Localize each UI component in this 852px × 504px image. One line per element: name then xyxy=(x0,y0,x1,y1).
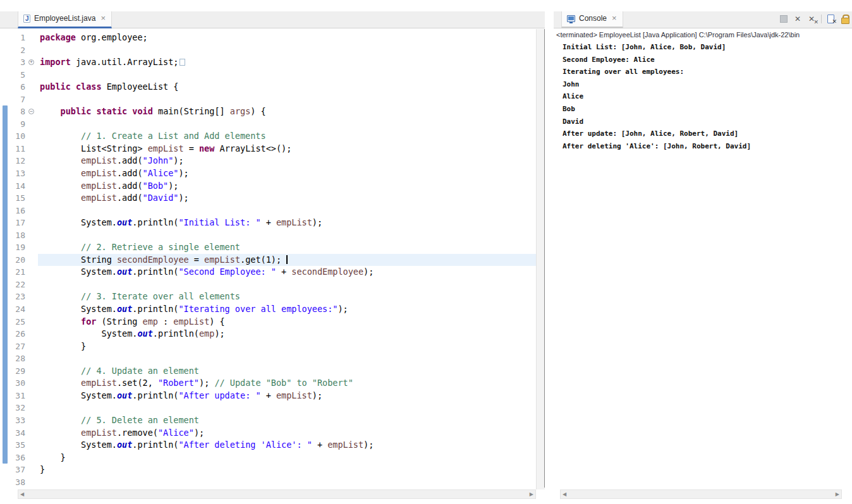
line-number[interactable]: 14 xyxy=(0,180,27,193)
line-number[interactable]: 34 xyxy=(0,427,27,440)
code-line[interactable]: 11 List<String> empList = new ArrayList<… xyxy=(0,143,536,155)
console-output-line: Bob xyxy=(563,103,851,116)
code-line[interactable]: 12 empList.add("John"); xyxy=(0,155,536,167)
code-line[interactable]: 20 String secondEmployee = empList.get(1… xyxy=(0,254,536,267)
scroll-left-icon[interactable]: ◀ xyxy=(563,492,566,497)
tab-console[interactable]: Console × xyxy=(561,11,623,28)
line-number[interactable]: 9 xyxy=(0,118,27,131)
line-number[interactable]: 26 xyxy=(0,328,27,340)
code-text xyxy=(38,352,536,365)
code-line[interactable]: 23 // 3. Iterate over all elements xyxy=(0,291,536,303)
code-line[interactable]: 6public class EmployeeList { xyxy=(0,81,536,93)
line-number[interactable]: 7 xyxy=(0,93,27,106)
code-line[interactable]: 21 System.out.println("Second Employee: … xyxy=(0,266,536,279)
fold-plus-icon[interactable]: + xyxy=(27,56,38,69)
line-number[interactable]: 2 xyxy=(0,44,27,57)
line-number[interactable]: 27 xyxy=(0,340,27,353)
code-line[interactable]: 30 empList.set(2, "Robert"); // Update "… xyxy=(0,377,536,390)
line-number[interactable]: 10 xyxy=(0,130,27,143)
scroll-left-icon[interactable]: ◀ xyxy=(20,492,24,497)
editor-horizontal-scrollbar[interactable]: ◀ ▶ xyxy=(18,489,536,499)
line-number[interactable]: 21 xyxy=(0,266,27,279)
line-number[interactable]: 35 xyxy=(0,439,27,452)
code-text: System.out.println("After deleting 'Alic… xyxy=(38,439,536,452)
code-line[interactable]: 33 // 5. Delete an element xyxy=(0,414,536,427)
line-number[interactable]: 8 xyxy=(0,105,27,118)
tab-employeelist-java[interactable]: EmployeeList.java × xyxy=(18,11,112,28)
line-number[interactable]: 6 xyxy=(0,81,27,93)
code-line[interactable]: 35 System.out.println("After deleting 'A… xyxy=(0,439,536,452)
code-line[interactable]: 1package org.employee; xyxy=(0,32,536,44)
code-line[interactable]: 28 xyxy=(0,352,536,365)
code-line[interactable]: 19 // 2. Retrieve a single element xyxy=(0,241,536,254)
line-number[interactable]: 22 xyxy=(0,279,27,291)
code-editor[interactable]: 1package org.employee;23+import java.uti… xyxy=(0,29,536,489)
code-line[interactable]: 8− public static void main(String[] args… xyxy=(0,105,536,118)
line-number[interactable]: 13 xyxy=(0,167,27,180)
line-number[interactable]: 3 xyxy=(0,56,27,69)
code-line[interactable]: 2 xyxy=(0,44,536,57)
line-number[interactable]: 38 xyxy=(0,476,27,489)
line-number[interactable]: 15 xyxy=(0,192,27,205)
code-line[interactable]: 36 } xyxy=(0,452,536,464)
code-line[interactable]: 25 for (String emp : empList) { xyxy=(0,316,536,328)
code-line[interactable]: 9 xyxy=(0,118,536,131)
fold-minus-icon[interactable]: − xyxy=(27,105,38,118)
console-horizontal-scrollbar[interactable]: ◀ ▶ xyxy=(560,489,842,499)
code-line[interactable]: 7 xyxy=(0,93,536,106)
line-number[interactable]: 12 xyxy=(0,155,27,167)
code-line[interactable]: 24 System.out.println("Iterating over al… xyxy=(0,303,536,316)
close-icon[interactable]: × xyxy=(611,15,617,21)
code-line[interactable]: 10 // 1. Create a List and Add elements xyxy=(0,130,536,143)
line-number[interactable]: 16 xyxy=(0,205,27,217)
clear-console-icon[interactable] xyxy=(827,15,836,23)
scroll-right-icon[interactable]: ▶ xyxy=(836,492,839,497)
scroll-right-icon[interactable]: ▶ xyxy=(530,492,533,497)
code-line[interactable]: 29 // 4. Update an element xyxy=(0,365,536,378)
code-line[interactable]: 5 xyxy=(0,69,536,81)
panel-sash[interactable] xyxy=(544,29,545,488)
line-number[interactable]: 36 xyxy=(0,452,27,464)
code-line[interactable]: 26 System.out.println(emp); xyxy=(0,328,536,340)
editor-vertical-scrollbar[interactable] xyxy=(536,29,545,489)
line-number[interactable]: 29 xyxy=(0,365,27,378)
code-line[interactable]: 37} xyxy=(0,464,536,476)
line-number[interactable]: 24 xyxy=(0,303,27,316)
line-number[interactable]: 28 xyxy=(0,352,27,365)
code-line[interactable]: 17 System.out.println("Initial List: " +… xyxy=(0,217,536,229)
line-number[interactable]: 17 xyxy=(0,217,27,229)
line-number[interactable]: 23 xyxy=(0,291,27,303)
fold-column xyxy=(27,266,38,279)
console-panel: Console × ✕✕ <terminated> EmployeeList [… xyxy=(554,11,852,499)
code-line[interactable]: 27 } xyxy=(0,340,536,353)
line-number[interactable]: 11 xyxy=(0,143,27,155)
terminate-icon[interactable] xyxy=(779,15,788,23)
code-line[interactable]: 14 empList.add("Bob"); xyxy=(0,180,536,193)
line-number[interactable]: 31 xyxy=(0,390,27,402)
code-line[interactable]: 38 xyxy=(0,476,536,489)
line-number[interactable]: 1 xyxy=(0,32,27,44)
close-icon[interactable]: × xyxy=(99,15,106,21)
line-number[interactable]: 19 xyxy=(0,241,27,254)
line-number[interactable]: 32 xyxy=(0,402,27,414)
remove-launch-icon[interactable]: ✕ xyxy=(793,15,802,23)
code-line[interactable]: 32 xyxy=(0,402,536,414)
line-number[interactable]: 37 xyxy=(0,464,27,476)
code-line[interactable]: 31 System.out.println("After update: " +… xyxy=(0,390,536,402)
line-number[interactable]: 5 xyxy=(0,69,27,81)
code-line[interactable]: 15 empList.add("David"); xyxy=(0,192,536,205)
code-line[interactable]: 13 empList.add("Alice"); xyxy=(0,167,536,180)
line-number[interactable]: 30 xyxy=(0,377,27,390)
line-number[interactable]: 25 xyxy=(0,316,27,328)
code-line[interactable]: 34 empList.remove("Alice"); xyxy=(0,427,536,440)
code-line[interactable]: 18 xyxy=(0,229,536,242)
line-number[interactable]: 20 xyxy=(0,254,27,267)
code-line[interactable]: 16 xyxy=(0,205,536,217)
line-number[interactable]: 33 xyxy=(0,414,27,427)
line-number[interactable]: 18 xyxy=(0,229,27,242)
code-line[interactable]: 22 xyxy=(0,279,536,291)
remove-all-terminated-icon[interactable]: ✕ xyxy=(807,15,816,23)
code-text: empList.add("Bob"); xyxy=(38,180,536,193)
scroll-lock-icon[interactable] xyxy=(841,15,849,23)
code-line[interactable]: 3+import java.util.ArrayList; xyxy=(0,56,536,69)
